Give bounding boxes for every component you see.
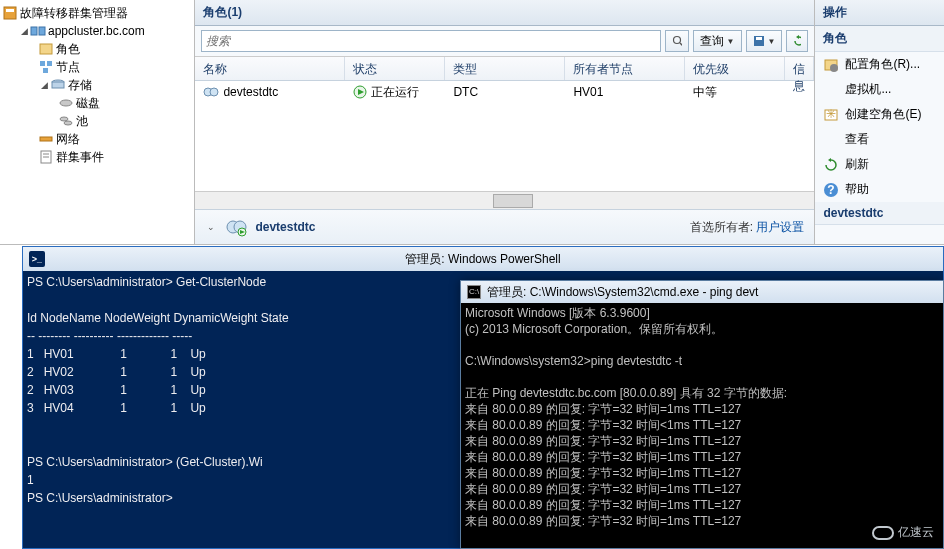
h-scrollbar[interactable] (195, 191, 814, 209)
cluster-manager-icon (2, 5, 18, 21)
svg-rect-7 (43, 68, 48, 73)
action-create-empty-role[interactable]: ✳创建空角色(E) (815, 102, 944, 127)
cloud-icon (872, 526, 894, 540)
svg-point-17 (673, 37, 680, 44)
svg-point-11 (60, 117, 68, 121)
refresh-button[interactable] (786, 30, 808, 52)
role-state: 正在运行 (371, 84, 419, 101)
watermark: 亿速云 (872, 524, 934, 541)
role-icon (203, 84, 219, 100)
nav-tree: 故障转移群集管理器 ◢ appcluster.bc.com 角色 节点 ◢ 存储… (0, 0, 195, 244)
tree-network-label: 网络 (56, 131, 80, 148)
role-priority: 中等 (685, 81, 785, 105)
search-button[interactable] (665, 30, 689, 52)
action-view[interactable]: 查看 (815, 127, 944, 152)
refresh-icon (823, 157, 839, 173)
col-name[interactable]: 名称 (195, 57, 345, 80)
svg-rect-5 (40, 61, 45, 66)
action-virtual-machine[interactable]: 虚拟机... (815, 77, 944, 102)
tree-cluster-label: appcluster.bc.com (48, 24, 145, 38)
role-row[interactable]: devtestdtc 正在运行 DTC HV01 中等 (195, 81, 814, 103)
tree-storage-label: 存储 (68, 77, 92, 94)
help-icon: ? (823, 182, 839, 198)
actions-title: 操作 (815, 0, 944, 26)
svg-rect-3 (39, 27, 45, 35)
svg-rect-0 (4, 7, 16, 19)
pref-owner-label: 首选所有者: (690, 220, 753, 234)
actions-subheader: 角色 (815, 26, 944, 52)
svg-point-10 (60, 100, 72, 106)
action-configure-role[interactable]: 配置角色(R)... (815, 52, 944, 77)
action-help[interactable]: ?帮助 (815, 177, 944, 202)
panel-header: 角色(1) (195, 0, 814, 26)
col-state[interactable]: 状态 (345, 57, 445, 80)
col-type[interactable]: 类型 (445, 57, 565, 80)
role-owner: HV01 (565, 81, 685, 103)
tree-events[interactable]: 群集事件 (2, 148, 192, 166)
svg-text:?: ? (828, 183, 835, 197)
svg-rect-6 (47, 61, 52, 66)
pref-owner-link[interactable]: 用户设置 (756, 220, 804, 234)
role-type: DTC (445, 81, 565, 103)
action-refresh[interactable]: 刷新 (815, 152, 944, 177)
cmd-title: 管理员: C:\Windows\System32\cmd.exe - ping … (487, 284, 758, 300)
tree-nodes-label: 节点 (56, 59, 80, 76)
cmd-icon: C:\ (467, 285, 481, 299)
actions-context-header: devtestdtc (815, 202, 944, 225)
tree-root[interactable]: 故障转移群集管理器 (2, 4, 192, 22)
actions-panel: 操作 角色 配置角色(R)... 虚拟机... ✳创建空角色(E) 查看 刷新 … (815, 0, 944, 244)
tree-events-label: 群集事件 (56, 149, 104, 166)
tree-cluster[interactable]: ◢ appcluster.bc.com (2, 22, 192, 40)
detail-icon (225, 216, 247, 238)
tree-root-label: 故障转移群集管理器 (20, 5, 128, 22)
svg-rect-1 (6, 9, 14, 12)
query-dropdown[interactable]: 查询▼ (693, 30, 742, 52)
tree-disk-label: 磁盘 (76, 95, 100, 112)
save-icon (753, 35, 765, 47)
cmd-output[interactable]: Microsoft Windows [版本 6.3.9600] (c) 2013… (461, 303, 943, 531)
tree-pool-label: 池 (76, 113, 88, 130)
tree-roles[interactable]: 角色 (2, 40, 192, 58)
powershell-titlebar[interactable]: >_ 管理员: Windows PowerShell (23, 247, 943, 271)
detail-bar: ⌄ devtestdtc 首选所有者: 用户设置 (195, 209, 814, 244)
network-icon (38, 131, 54, 147)
powershell-icon: >_ (29, 251, 45, 267)
storage-icon (50, 77, 66, 93)
svg-point-12 (64, 121, 72, 125)
tree-network[interactable]: 网络 (2, 130, 192, 148)
svg-rect-2 (31, 27, 37, 35)
chevron-down-icon[interactable]: ⌄ (205, 221, 217, 233)
tree-pool[interactable]: 池 (2, 112, 192, 130)
grid-header: 名称 状态 类型 所有者节点 优先级 信息 (195, 57, 814, 81)
pool-icon (58, 113, 74, 129)
running-icon (353, 85, 367, 99)
expander-icon[interactable]: ◢ (38, 79, 50, 91)
svg-rect-4 (40, 44, 52, 54)
col-priority[interactable]: 优先级 (685, 57, 785, 80)
svg-line-18 (680, 43, 682, 46)
search-input[interactable] (201, 30, 660, 52)
col-owner[interactable]: 所有者节点 (565, 57, 685, 80)
cluster-icon (30, 23, 46, 39)
expander-icon[interactable]: ◢ (18, 25, 30, 37)
tree-disk[interactable]: 磁盘 (2, 94, 192, 112)
detail-title: devtestdtc (255, 220, 315, 234)
role-name: devtestdtc (223, 85, 278, 99)
svg-rect-9 (52, 82, 64, 88)
col-info[interactable]: 信息 (785, 57, 814, 80)
nodes-icon (38, 59, 54, 75)
roles-panel: 角色(1) 查询▼ ▼ 名称 状态 类型 所有者节点 优先级 信息 devtes… (195, 0, 815, 244)
search-row: 查询▼ ▼ (195, 26, 814, 57)
tree-nodes[interactable]: 节点 (2, 58, 192, 76)
tree-roles-label: 角色 (56, 41, 80, 58)
powershell-title: 管理员: Windows PowerShell (405, 250, 560, 268)
role-info (785, 88, 814, 96)
tree-storage[interactable]: ◢ 存储 (2, 76, 192, 94)
svg-point-28 (830, 64, 838, 72)
refresh-arrow-icon (793, 35, 801, 47)
save-dropdown[interactable]: ▼ (746, 30, 783, 52)
cmd-titlebar[interactable]: C:\ 管理员: C:\Windows\System32\cmd.exe - p… (461, 281, 943, 303)
query-label: 查询 (700, 33, 724, 50)
svg-rect-13 (40, 137, 52, 141)
events-icon (38, 149, 54, 165)
